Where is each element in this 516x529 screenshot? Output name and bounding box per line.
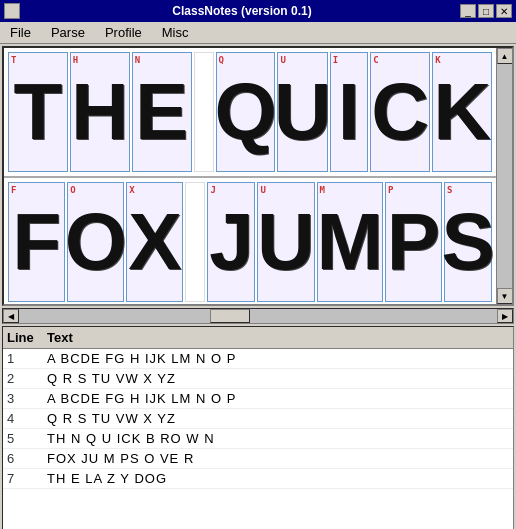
text-row-2: F F O O X X J J	[4, 178, 496, 306]
menu-file[interactable]: File	[4, 24, 37, 41]
letter-box-X: X X	[126, 182, 183, 302]
window-icon	[4, 3, 20, 19]
cell-line: 2	[7, 371, 47, 386]
letter-box-J: J J	[207, 182, 255, 302]
scroll-down-button[interactable]: ▼	[497, 288, 513, 304]
cell-text: TH E LA Z Y DOG	[47, 471, 509, 486]
column-header-line: Line	[7, 330, 47, 345]
title-bar-controls: _ □ ✕	[460, 4, 512, 18]
minimize-button[interactable]: _	[460, 4, 476, 18]
letter-box-H: H H	[70, 52, 130, 172]
table-body: 1 A BCDE FG H IJK LM N O P 2 Q R S TU VW…	[3, 349, 513, 489]
table-row: 5 TH N Q U ICK B RO W N	[3, 429, 513, 449]
scroll-track-vertical[interactable]	[497, 64, 512, 288]
letter-box-U2: U U	[257, 182, 314, 302]
cell-text: TH N Q U ICK B RO W N	[47, 431, 509, 446]
letter-row-2: F F O O X X J J	[4, 178, 496, 306]
text-row-1: T T H H N E Q Q	[4, 48, 496, 178]
scroll-thumb-horizontal[interactable]	[210, 309, 250, 323]
letter-box-T: T T	[8, 52, 68, 172]
space-1	[194, 52, 214, 172]
maximize-button[interactable]: □	[478, 4, 494, 18]
scroll-track-horizontal[interactable]	[19, 309, 497, 323]
table-row: 6 FOX JU M PS O VE R	[3, 449, 513, 469]
cell-text: Q R S TU VW X YZ	[47, 411, 509, 426]
menu-bar: File Parse Profile Misc	[0, 22, 516, 44]
scroll-right-button[interactable]: ▶	[497, 309, 513, 323]
letter-box-E: N E	[132, 52, 192, 172]
letter-box-S: S S	[444, 182, 492, 302]
table-row: 4 Q R S TU VW X YZ	[3, 409, 513, 429]
menu-profile[interactable]: Profile	[99, 24, 148, 41]
cell-text: A BCDE FG H IJK LM N O P	[47, 391, 509, 406]
table-row: 1 A BCDE FG H IJK LM N O P	[3, 349, 513, 369]
cell-text: Q R S TU VW X YZ	[47, 371, 509, 386]
letter-box-F: F F	[8, 182, 65, 302]
letter-box-I: I I	[330, 52, 369, 172]
data-table: Line Text 1 A BCDE FG H IJK LM N O P 2 Q…	[2, 326, 514, 529]
space-2	[185, 182, 205, 302]
horizontal-scrollbar[interactable]: ◀ ▶	[2, 308, 514, 324]
table-row: 3 A BCDE FG H IJK LM N O P	[3, 389, 513, 409]
cell-line: 6	[7, 451, 47, 466]
table-header: Line Text	[3, 327, 513, 349]
cell-line: 7	[7, 471, 47, 486]
menu-parse[interactable]: Parse	[45, 24, 91, 41]
cell-text: A BCDE FG H IJK LM N O P	[47, 351, 509, 366]
letter-box-U: U U	[277, 52, 327, 172]
table-row: 7 TH E LA Z Y DOG	[3, 469, 513, 489]
scroll-up-button[interactable]: ▲	[497, 48, 513, 64]
cell-line: 4	[7, 411, 47, 426]
scroll-left-button[interactable]: ◀	[3, 309, 19, 323]
letter-box-O: O O	[67, 182, 124, 302]
cell-line: 3	[7, 391, 47, 406]
window-title: ClassNotes (version 0.1)	[24, 4, 460, 18]
letter-box-M: M M	[317, 182, 383, 302]
canvas-rows: T T H H N E Q Q	[4, 48, 496, 304]
letter-box-C: C C	[370, 52, 430, 172]
letter-box-K: K K	[432, 52, 492, 172]
column-header-text: Text	[47, 330, 509, 345]
title-bar: ClassNotes (version 0.1) _ □ ✕	[0, 0, 516, 22]
letter-box-Q: Q Q	[216, 52, 276, 172]
cell-text: FOX JU M PS O VE R	[47, 451, 509, 466]
cell-line: 1	[7, 351, 47, 366]
cell-line: 5	[7, 431, 47, 446]
vertical-scrollbar[interactable]: ▲ ▼	[496, 48, 512, 304]
letter-box-P: P P	[385, 182, 442, 302]
table-row: 2 Q R S TU VW X YZ	[3, 369, 513, 389]
letter-row-1: T T H H N E Q Q	[4, 48, 496, 176]
close-button[interactable]: ✕	[496, 4, 512, 18]
menu-misc[interactable]: Misc	[156, 24, 195, 41]
canvas-area: T T H H N E Q Q	[2, 46, 514, 306]
